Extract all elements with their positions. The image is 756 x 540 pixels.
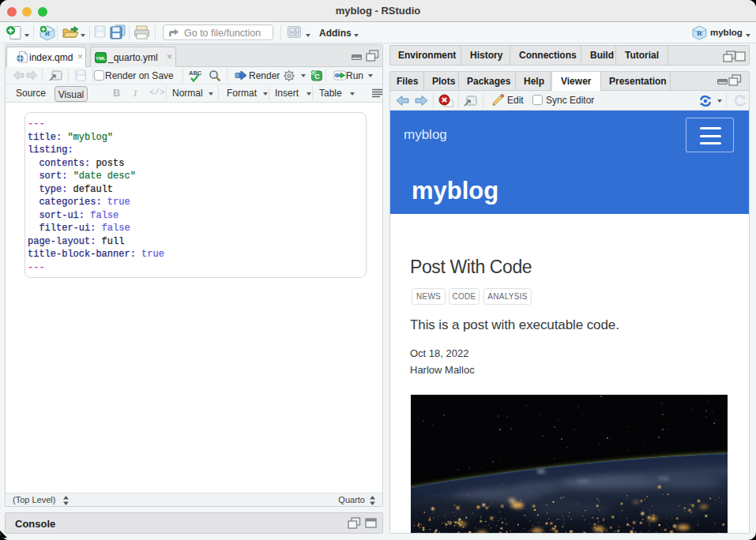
svg-text:R: R (697, 29, 702, 37)
svg-text:ABC: ABC (189, 69, 202, 77)
svg-text:YML: YML (96, 56, 106, 61)
